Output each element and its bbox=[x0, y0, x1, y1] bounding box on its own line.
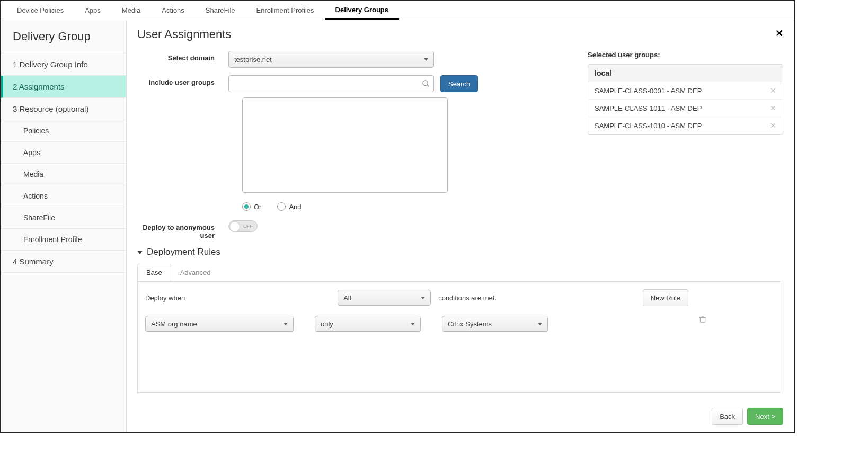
radio-or[interactable]: Or bbox=[242, 202, 261, 211]
wizard-sidebar: Delivery Group 1 Delivery Group Info2 As… bbox=[1, 20, 127, 432]
chevron-down-icon bbox=[421, 297, 425, 299]
radio-icon bbox=[242, 202, 251, 211]
tab-device-policies[interactable]: Device Policies bbox=[6, 1, 74, 20]
sidebar-item-resource-optional-[interactable]: 3 Resource (optional) bbox=[1, 98, 126, 120]
rule-value-dropdown[interactable]: Citrix Systems bbox=[442, 316, 548, 332]
chevron-down-icon bbox=[538, 323, 542, 325]
selected-group-item: SAMPLE-CLASS-0001 - ASM DEP✕ bbox=[588, 82, 783, 100]
tab-enrollment-profiles[interactable]: Enrollment Profiles bbox=[246, 1, 325, 20]
deploy-anon-label: Deploy to anonymous user bbox=[137, 220, 228, 239]
deployment-rules-header[interactable]: Deployment Rules bbox=[137, 247, 577, 257]
tab-media[interactable]: Media bbox=[111, 1, 151, 20]
tab-actions[interactable]: Actions bbox=[151, 1, 195, 20]
deploy-condition-dropdown[interactable]: All bbox=[338, 290, 431, 306]
selected-groups-domain: local bbox=[588, 65, 783, 82]
sidebar-item-enrollment-profile[interactable]: Enrollment Profile bbox=[1, 229, 126, 251]
tab-delivery-groups[interactable]: Delivery Groups bbox=[325, 1, 399, 20]
sidebar-item-sharefile[interactable]: ShareFile bbox=[1, 207, 126, 229]
search-button[interactable]: Search bbox=[440, 75, 478, 92]
domain-dropdown[interactable]: testprise.net bbox=[228, 51, 434, 68]
sidebar-item-delivery-group-info[interactable]: 1 Delivery Group Info bbox=[1, 53, 126, 76]
selected-group-item: SAMPLE-CLASS-1011 - ASM DEP✕ bbox=[588, 100, 783, 117]
next-button[interactable]: Next > bbox=[747, 408, 783, 425]
user-groups-list-box[interactable] bbox=[242, 97, 448, 193]
tab-base[interactable]: Base bbox=[137, 264, 171, 281]
svg-line-1 bbox=[427, 85, 429, 86]
sidebar-item-assignments[interactable]: 2 Assignments bbox=[1, 76, 126, 98]
deploy-when-label: Deploy when bbox=[145, 294, 185, 302]
radio-and[interactable]: And bbox=[277, 202, 301, 211]
selected-group-item: SAMPLE-CLASS-1010 - ASM DEP✕ bbox=[588, 117, 783, 134]
sidebar-title: Delivery Group bbox=[1, 20, 126, 53]
domain-value: testprise.net bbox=[234, 56, 272, 64]
caret-down-icon bbox=[137, 251, 143, 254]
delete-rule-icon[interactable] bbox=[699, 316, 706, 323]
chevron-down-icon bbox=[424, 58, 428, 61]
sidebar-item-summary[interactable]: 4 Summary bbox=[1, 251, 126, 273]
chevron-down-icon bbox=[411, 323, 415, 325]
tab-sharefile[interactable]: ShareFile bbox=[195, 1, 246, 20]
conditions-met-label: conditions are met. bbox=[438, 294, 497, 302]
rule-field-dropdown[interactable]: ASM org name bbox=[145, 316, 294, 332]
remove-group-icon[interactable]: ✕ bbox=[770, 121, 776, 130]
main-panel: User Assignments ✕ Select domain testpri… bbox=[127, 20, 794, 432]
close-icon[interactable]: ✕ bbox=[775, 28, 783, 39]
svg-rect-2 bbox=[700, 318, 705, 323]
sidebar-item-policies[interactable]: Policies bbox=[1, 120, 126, 142]
tab-advanced[interactable]: Advanced bbox=[171, 264, 220, 281]
chevron-down-icon bbox=[284, 323, 288, 325]
back-button[interactable]: Back bbox=[712, 408, 743, 425]
include-user-groups-label: Include user groups bbox=[137, 75, 228, 86]
selected-groups-box: local SAMPLE-CLASS-0001 - ASM DEP✕SAMPLE… bbox=[588, 64, 783, 135]
rule-operator-dropdown[interactable]: only bbox=[315, 316, 421, 332]
remove-group-icon[interactable]: ✕ bbox=[770, 86, 776, 95]
top-nav: Device Policies Apps Media Actions Share… bbox=[1, 1, 794, 20]
sidebar-item-actions[interactable]: Actions bbox=[1, 185, 126, 207]
sidebar-item-media[interactable]: Media bbox=[1, 164, 126, 185]
tab-apps[interactable]: Apps bbox=[74, 1, 111, 20]
select-domain-label: Select domain bbox=[137, 51, 228, 62]
sidebar-item-apps[interactable]: Apps bbox=[1, 142, 126, 164]
deploy-anon-toggle[interactable]: OFF bbox=[228, 220, 258, 232]
selected-groups-label: Selected user groups: bbox=[588, 51, 783, 59]
logic-radio-group: Or And bbox=[242, 202, 577, 211]
svg-point-0 bbox=[423, 81, 428, 85]
remove-group-icon[interactable]: ✕ bbox=[770, 104, 776, 112]
radio-icon bbox=[277, 202, 286, 211]
new-rule-button[interactable]: New Rule bbox=[643, 289, 688, 306]
user-groups-input[interactable] bbox=[232, 80, 422, 88]
search-icon bbox=[422, 79, 430, 88]
user-groups-search[interactable] bbox=[228, 75, 434, 92]
page-title: User Assignments bbox=[137, 28, 783, 41]
